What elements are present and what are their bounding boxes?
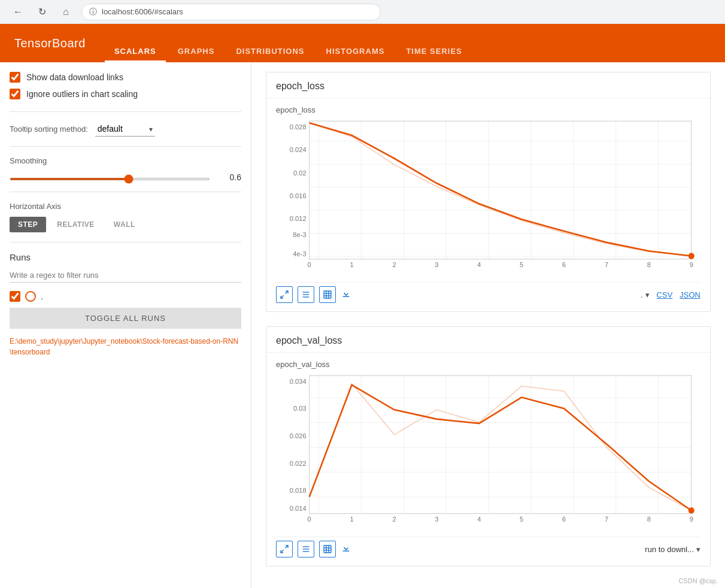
chart-epoch-val-loss-title: epoch_val_loss [266,327,710,353]
json-link-1[interactable]: JSON [680,290,700,299]
ignore-outliers-checkbox[interactable] [10,89,20,99]
csv-link-1[interactable]: CSV [657,290,673,299]
svg-text:0.034: 0.034 [290,378,307,385]
zoom-icon-2[interactable] [319,541,336,557]
tab-distributions[interactable]: DISTRIBUTIONS [226,42,314,62]
svg-text:5: 5 [520,516,523,523]
axis-buttons: STEP RELATIVE WALL [10,217,241,232]
lines-icon-2[interactable] [298,541,314,557]
svg-text:6: 6 [562,261,566,268]
tooltip-sort-select[interactable]: default ascending descending nearest [95,122,155,137]
svg-text:0.018: 0.018 [290,487,307,494]
info-icon: ⓘ [89,7,97,17]
address-bar: ⓘ localhost:6006/#scalars [81,4,381,20]
zoom-icon[interactable] [319,286,336,303]
back-button[interactable]: ← [10,4,26,20]
svg-text:4: 4 [477,516,481,523]
run-checkbox[interactable] [10,291,20,302]
smoothing-value: 0.6 [217,172,241,182]
tooltip-sort-select-wrapper: default ascending descending nearest ▾ [95,122,155,137]
svg-line-19 [285,291,288,294]
home-button[interactable]: ⌂ [57,4,74,20]
tooltip-sort-label: Tooltip sorting method: [10,125,88,134]
svg-text:8e-3: 8e-3 [293,231,306,238]
tooltip-sort-row: Tooltip sorting method: default ascendin… [10,122,241,137]
watermark: CSDN @csp. [678,577,718,584]
app-logo: TensorBoard [14,37,86,50]
svg-text:2: 2 [392,516,396,523]
smoothing-slider-container [10,173,210,182]
chart-epoch-loss-area: 0.028 0.024 0.02 0.016 0.012 8e-3 4e-3 0… [276,118,700,280]
run-color-circle [25,291,36,302]
svg-text:7: 7 [605,516,608,523]
chart-epoch-loss-title: epoch_loss [266,72,710,98]
tab-histograms[interactable]: HISTOGRAMS [317,42,395,62]
svg-rect-24 [324,291,331,298]
runs-filter-input[interactable] [10,268,241,283]
svg-text:1: 1 [350,516,354,523]
chart-epoch-loss-inner: epoch_loss 0.028 0.024 0.02 [266,98,710,311]
svg-text:9: 9 [690,261,693,268]
svg-rect-52 [324,545,331,553]
axis-wall-button[interactable]: WALL [105,217,144,232]
svg-text:0.016: 0.016 [290,192,307,199]
axis-relative-button[interactable]: RELATIVE [48,217,102,232]
run-item: . [10,291,241,302]
horiz-axis-label: Horizontal Axis [10,202,241,211]
chart-epoch-val-loss-svg: 0.034 0.03 0.026 0.022 0.018 0.014 0 1 2… [276,372,700,534]
svg-text:0.028: 0.028 [290,123,307,131]
svg-text:9: 9 [690,516,693,523]
svg-text:0.02: 0.02 [293,169,307,176]
download-icon[interactable] [341,288,351,302]
expand-icon[interactable] [276,286,293,303]
tab-time-series[interactable]: TIME SERIES [396,42,471,62]
chart-epoch-val-loss: epoch_val_loss epoch_val_loss 0.034 0.03 [266,326,711,566]
svg-point-46 [688,507,694,513]
axis-step-button[interactable]: STEP [10,217,46,232]
run-select-dropdown-1: . ▾ [641,290,650,299]
svg-line-47 [285,545,288,548]
svg-text:0.03: 0.03 [293,405,307,412]
svg-text:8: 8 [647,261,651,268]
tab-graphs[interactable]: GRAPHS [168,42,225,62]
divider-1 [10,111,241,112]
show-data-links-checkbox[interactable] [10,72,20,83]
dropdown-arrow-icon-2[interactable]: ▾ [696,545,700,554]
download-icon-2[interactable] [341,542,351,556]
svg-text:0.026: 0.026 [290,432,307,440]
svg-text:3: 3 [435,516,438,523]
chart-epoch-loss-subtitle: epoch_loss [276,105,700,114]
nav-tabs: SCALARS GRAPHS DISTRIBUTIONS HISTOGRAMS … [105,24,472,62]
svg-text:0: 0 [308,516,311,523]
svg-text:7: 7 [605,261,608,268]
chart-epoch-val-loss-area: 0.034 0.03 0.026 0.022 0.018 0.014 0 1 2… [276,372,700,534]
lines-icon[interactable] [298,286,314,303]
smoothing-slider[interactable] [10,178,210,180]
divider-4 [10,242,241,243]
run-select-dropdown-2: run to downl... ▾ [645,545,700,554]
svg-rect-29 [310,375,691,514]
header: TensorBoard SCALARS GRAPHS DISTRIBUTIONS… [0,24,725,62]
svg-text:4e-3: 4e-3 [293,250,306,257]
svg-point-18 [688,253,694,259]
svg-rect-0 [310,121,691,259]
expand-icon-2[interactable] [276,541,293,557]
refresh-button[interactable]: ↻ [34,4,50,20]
sidebar: Show data download links Ignore outliers… [0,62,251,588]
divider-3 [10,192,241,192]
ignore-outliers-label: Ignore outliers in chart scaling [26,89,138,99]
svg-text:0.024: 0.024 [290,146,307,153]
tab-scalars[interactable]: SCALARS [105,42,166,62]
url-text[interactable]: localhost:6006/#scalars [102,7,183,16]
main-content: epoch_loss epoch_loss 0.028 [251,62,725,588]
toggle-all-runs-button[interactable]: TOGGLE ALL RUNS [10,308,241,329]
svg-text:0: 0 [308,261,311,268]
browser-bar: ← ↻ ⌂ ⓘ localhost:6006/#scalars [0,0,725,24]
smoothing-label: Smoothing [10,156,241,165]
dropdown-arrow-icon[interactable]: ▾ [645,290,650,299]
svg-line-48 [281,550,284,553]
main-layout: Show data download links Ignore outliers… [0,62,725,588]
svg-text:2: 2 [392,261,396,268]
svg-text:3: 3 [435,261,438,268]
chart-epoch-loss: epoch_loss epoch_loss 0.028 [266,72,711,312]
